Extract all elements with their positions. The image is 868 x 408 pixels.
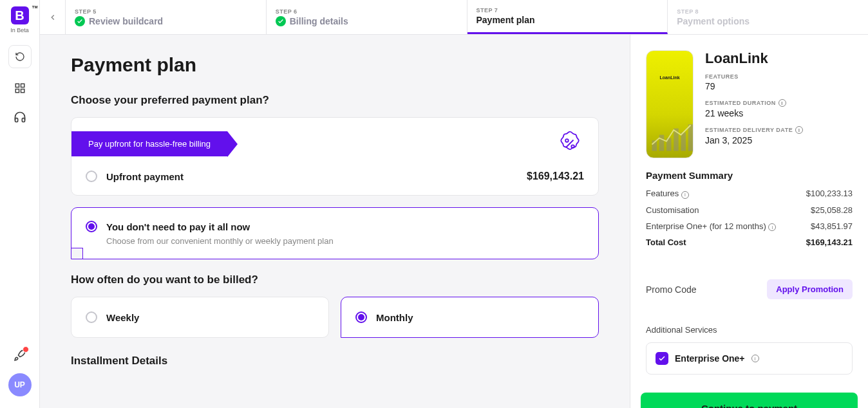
installment-details-heading: Installment Details [71, 355, 599, 367]
delivery-label: ESTIMATED DELIVERY DATE [705, 127, 793, 133]
svg-rect-12 [688, 124, 693, 151]
info-icon[interactable]: i [751, 355, 759, 362]
apply-promotion-button[interactable]: Apply Promotion [767, 279, 853, 299]
svg-rect-1 [21, 84, 24, 87]
support-icon[interactable] [14, 111, 26, 126]
duration-label: ESTIMATED DURATION [705, 100, 776, 106]
summary-heading: Payment Summary [646, 170, 853, 181]
svg-rect-0 [15, 84, 19, 87]
check-icon [276, 16, 286, 26]
radio-icon [355, 311, 367, 323]
summary-row: Customisation$25,058.28 [646, 205, 853, 215]
monthly-option[interactable]: Monthly [341, 297, 599, 338]
additional-services-heading: Additional Services [646, 325, 853, 335]
step-billing-details[interactable]: STEP 6 Billing details [267, 0, 467, 34]
apps-icon[interactable] [14, 82, 26, 97]
step-payment-options: STEP 8 Payment options [668, 0, 868, 34]
svg-rect-2 [15, 89, 19, 93]
project-thumbnail: LoanLink [646, 50, 693, 158]
beta-label: In Beta [10, 27, 29, 33]
features-value: 79 [705, 81, 853, 91]
upfront-radio[interactable]: Upfront payment [86, 171, 184, 182]
installment-subtext: Choose from our convenient monthly or we… [106, 236, 334, 246]
discount-icon [556, 129, 584, 158]
svg-line-6 [567, 140, 574, 147]
rocket-button[interactable] [14, 349, 26, 364]
logo: BTM [11, 6, 29, 24]
undo-icon [15, 51, 25, 62]
choose-plan-heading: Choose your preferred payment plan? [71, 94, 599, 107]
installment-card[interactable]: You don't need to pay it all now Choose … [71, 207, 599, 259]
upfront-card[interactable]: Pay upfront for hassle-free billing Upfr… [71, 117, 599, 196]
chevron-left-icon [48, 13, 57, 22]
back-button[interactable] [40, 0, 66, 34]
avatar[interactable]: UP [8, 373, 32, 396]
info-icon[interactable]: i [681, 191, 689, 199]
project-name: LoanLink [705, 50, 853, 67]
summary-row: Features i$100,233.13 [646, 189, 853, 199]
summary-row: Enterprise One+ (for 12 months) i$43,851… [646, 221, 853, 232]
step-payment-plan[interactable]: STEP 7 Payment plan [467, 0, 668, 34]
step-review-buildcard[interactable]: STEP 5 Review buildcard [66, 0, 267, 34]
sidebar: BTM In Beta UP [0, 0, 40, 408]
weekly-option[interactable]: Weekly [71, 297, 329, 338]
notification-dot [23, 346, 29, 353]
info-icon[interactable]: i [795, 126, 803, 134]
delivery-value: Jan 3, 2025 [705, 135, 853, 145]
svg-rect-3 [21, 89, 24, 93]
info-icon[interactable]: i [778, 99, 786, 107]
radio-icon [86, 171, 97, 182]
radio-icon [86, 311, 97, 323]
check-icon [75, 16, 85, 26]
svg-point-5 [571, 145, 574, 148]
info-icon[interactable]: i [768, 223, 776, 231]
undo-button[interactable] [8, 45, 32, 68]
summary-panel: LoanLink LoanLink FEATURES 79 ESTIMATED … [630, 35, 868, 408]
svg-rect-11 [681, 133, 686, 151]
upfront-price: $169,143.21 [527, 171, 584, 182]
upfront-ribbon: Pay upfront for hassle-free billing [71, 131, 227, 156]
checkbox-checked-icon[interactable] [656, 352, 668, 365]
promo-label: Promo Code [646, 284, 697, 295]
billing-frequency-heading: How often do you want to be billed? [71, 274, 599, 286]
svg-point-4 [565, 139, 569, 142]
svg-rect-8 [659, 135, 665, 151]
continue-to-payment-button[interactable]: Continue to payment [641, 393, 858, 408]
installment-radio[interactable]: You don't need to pay it all now [86, 221, 250, 232]
summary-total: Total Cost$169,143.21 [646, 237, 853, 247]
stepper: STEP 5 Review buildcard STEP 6 Billing d… [40, 0, 868, 35]
features-label: FEATURES [705, 73, 853, 80]
page-title: Payment plan [71, 54, 599, 76]
additional-service-item[interactable]: Enterprise One+ i [646, 342, 853, 375]
radio-icon [86, 221, 97, 232]
duration-value: 21 weeks [705, 108, 853, 118]
chart-icon [650, 120, 693, 153]
main-content: Payment plan Choose your preferred payme… [40, 35, 630, 408]
